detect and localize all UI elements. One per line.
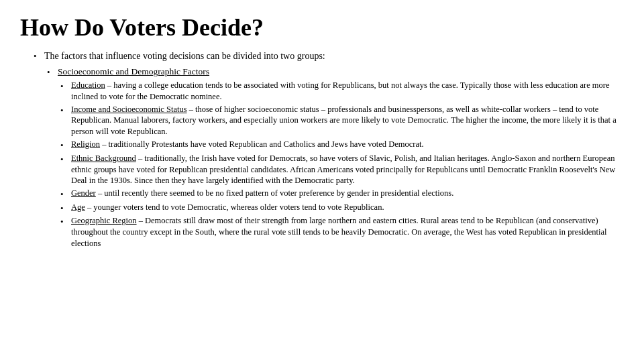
bullet-symbol-9: • xyxy=(60,216,71,228)
bullet-symbol-8: • xyxy=(60,202,71,215)
sub-items-list: • Education – having a college education… xyxy=(47,80,624,249)
bullet-symbol-6: • xyxy=(60,154,71,166)
list-item: • Age – younger voters tend to vote Demo… xyxy=(60,202,624,215)
list-item: • Ethnic Background – traditionally, the… xyxy=(60,153,624,187)
education-text: – having a college education tends to be… xyxy=(71,80,610,101)
religion-item: Religion – traditionally Protestants hav… xyxy=(71,139,624,150)
ethnic-item: Ethnic Background – traditionally, the I… xyxy=(71,153,624,187)
education-item: Education – having a college education t… xyxy=(71,80,624,103)
gender-label: Gender xyxy=(71,188,96,198)
list-item: • Geographic Region – Democrats still dr… xyxy=(60,215,624,249)
list-item: • Education – having a college education… xyxy=(60,80,624,103)
socioeconomic-header-underline: Socioeconomic and Demographic Factors xyxy=(58,66,209,76)
intro-bullet: • The factors that influence voting deci… xyxy=(34,50,624,63)
bullet-symbol-4: • xyxy=(60,105,71,117)
age-text: – younger voters tend to vote Democratic… xyxy=(85,202,384,212)
geographic-label: Geographic Region xyxy=(71,216,137,225)
religion-label: Religion xyxy=(71,139,100,149)
income-item: Income and Socioeconomic Status – those … xyxy=(71,104,624,138)
list-item: • Religion – traditionally Protestants h… xyxy=(60,139,624,152)
geographic-item: Geographic Region – Democrats still draw… xyxy=(71,215,624,249)
income-label: Income and Socioeconomic Status xyxy=(71,105,187,114)
ethnic-label: Ethnic Background xyxy=(71,154,136,163)
education-label: Education xyxy=(71,80,105,90)
intro-text: The factors that influence voting decisi… xyxy=(44,50,624,63)
age-label: Age xyxy=(71,202,85,212)
ethnic-text: – traditionally, the Irish have voted fo… xyxy=(71,154,615,186)
bullet-symbol-7: • xyxy=(60,188,71,200)
gender-item: Gender – until recently there seemed to … xyxy=(71,188,624,199)
list-item: • Gender – until recently there seemed t… xyxy=(60,188,624,200)
bullet-symbol-1: • xyxy=(34,50,44,62)
page-title: How Do Voters Decide? xyxy=(20,13,624,42)
socioeconomic-header-item: • Socioeconomic and Demographic Factors xyxy=(47,66,624,78)
bullet-symbol-3: • xyxy=(60,80,71,93)
religion-text: – traditionally Protestants have voted R… xyxy=(100,139,424,149)
geographic-text: – Democrats still draw most of their str… xyxy=(71,216,607,248)
gender-text: – until recently there seemed to be no f… xyxy=(96,188,453,198)
age-item: Age – younger voters tend to vote Democr… xyxy=(71,202,624,213)
bullet-symbol-5: • xyxy=(60,139,71,152)
socioeconomic-header-text: Socioeconomic and Demographic Factors xyxy=(58,66,624,78)
list-item: • Income and Socioeconomic Status – thos… xyxy=(60,104,624,138)
bullet-symbol-2: • xyxy=(47,66,58,78)
